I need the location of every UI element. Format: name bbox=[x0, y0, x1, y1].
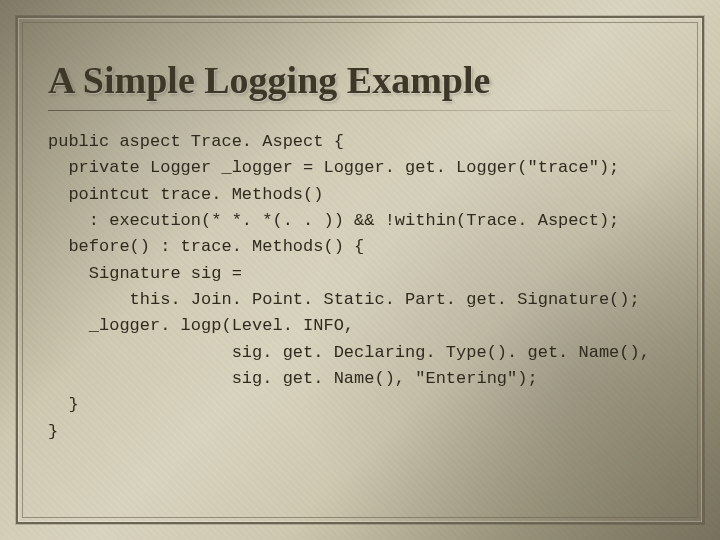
code-line: _logger. logp(Level. INFO, bbox=[48, 313, 672, 339]
code-line: Signature sig = bbox=[48, 261, 672, 287]
slide-title: A Simple Logging Example bbox=[48, 58, 672, 102]
slide: A Simple Logging Example public aspect T… bbox=[0, 0, 720, 540]
code-block: public aspect Trace. Aspect { private Lo… bbox=[48, 129, 672, 445]
code-line: } bbox=[48, 392, 672, 418]
code-line: sig. get. Declaring. Type(). get. Name()… bbox=[48, 340, 672, 366]
slide-content: A Simple Logging Example public aspect T… bbox=[0, 0, 720, 540]
code-line: : execution(* *. *(. . )) && !within(Tra… bbox=[48, 208, 672, 234]
code-line: sig. get. Name(), "Entering"); bbox=[48, 366, 672, 392]
code-line: pointcut trace. Methods() bbox=[48, 182, 672, 208]
code-line: public aspect Trace. Aspect { bbox=[48, 129, 672, 155]
code-line: } bbox=[48, 419, 672, 445]
code-line: before() : trace. Methods() { bbox=[48, 234, 672, 260]
title-underline bbox=[48, 110, 672, 111]
code-line: this. Join. Point. Static. Part. get. Si… bbox=[48, 287, 672, 313]
code-line: private Logger _logger = Logger. get. Lo… bbox=[48, 155, 672, 181]
